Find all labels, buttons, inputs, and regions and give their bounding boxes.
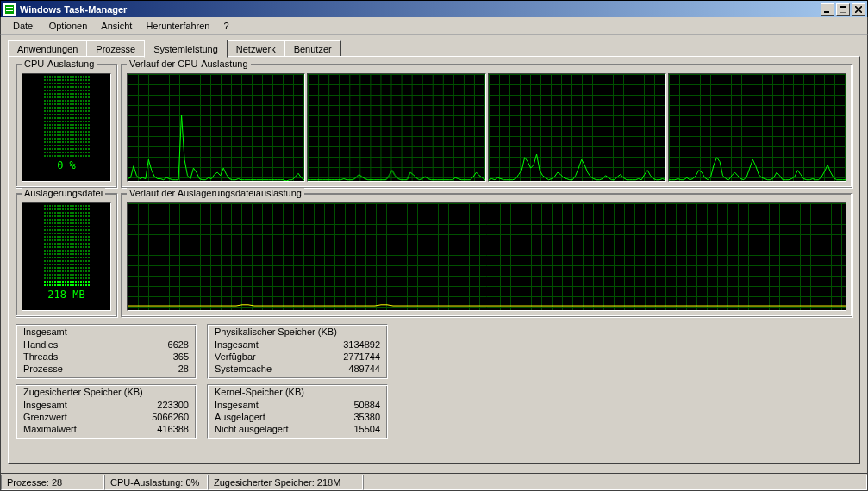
group-totals: Insgesamt Handles6628 Threads365 Prozess… xyxy=(16,324,197,379)
stat-row: Threads365 xyxy=(23,351,189,363)
pagefile-meter: 218 MB xyxy=(22,202,111,311)
status-processes: Prozesse: 28 xyxy=(1,475,104,490)
svg-rect-4 xyxy=(824,11,829,13)
cpu-history-2 xyxy=(488,73,666,182)
status-cpu: CPU-Auslastung: 0% xyxy=(104,475,208,490)
tab-pane-systemleistung: CPU-Auslastung 0 % Verlauf der CPU-Ausla… xyxy=(8,56,860,464)
cpu-history-0 xyxy=(127,73,305,182)
stat-row: Verfügbar2771744 xyxy=(215,351,380,363)
stat-title-totals: Insgesamt xyxy=(23,326,189,337)
stat-title-physmem: Physikalischer Speicher (KB) xyxy=(215,326,380,337)
group-cpu-history: Verlauf der CPU-Auslastung xyxy=(121,64,852,188)
stat-row: Systemcache489744 xyxy=(215,363,380,375)
statusbar: Prozesse: 28 CPU-Auslastung: 0% Zugesich… xyxy=(0,474,868,491)
stat-title-commit: Zugesicherter Speicher (KB) xyxy=(23,387,189,397)
group-title-pf-hist: Verlauf der Auslagerungsdateiauslastung xyxy=(127,188,304,198)
pagefile-meter-label: 218 MB xyxy=(22,286,110,301)
window-title: Windows Task-Manager xyxy=(20,4,821,15)
app-icon xyxy=(3,3,16,16)
tab-systemleistung[interactable]: Systemleistung xyxy=(144,40,228,58)
svg-rect-2 xyxy=(6,9,13,9)
group-pagefile: Auslagerungsdatei 218 MB xyxy=(16,193,117,317)
titlebar-buttons xyxy=(821,3,865,16)
svg-rect-1 xyxy=(6,7,13,8)
client-area: Anwendungen Prozesse Systemleistung Netz… xyxy=(0,34,868,474)
stat-row: Nicht ausgelagert15504 xyxy=(215,423,380,435)
maximize-button[interactable] xyxy=(836,3,850,16)
menu-herunterfahren[interactable]: Herunterfahren xyxy=(139,19,216,33)
stat-row: Ausgelagert35380 xyxy=(215,411,380,423)
cpu-history-1 xyxy=(307,73,485,182)
stat-row: Handles6628 xyxy=(23,339,189,351)
tab-anwendungen[interactable]: Anwendungen xyxy=(8,40,87,57)
stat-row: Maximalwert416388 xyxy=(23,423,189,435)
tab-prozesse[interactable]: Prozesse xyxy=(86,40,145,57)
group-title-cpu-hist: Verlauf der CPU-Auslastung xyxy=(127,59,251,69)
svg-rect-3 xyxy=(6,10,13,11)
status-commit: Zugesicherter Speicher: 218M xyxy=(208,475,363,490)
group-commit-charge: Zugesicherter Speicher (KB) Insgesamt223… xyxy=(16,384,197,439)
stat-row: Insgesamt3134892 xyxy=(215,339,380,351)
cpu-history-3 xyxy=(668,73,846,182)
stat-row: Insgesamt50884 xyxy=(215,399,380,411)
group-kernel-memory: Kernel-Speicher (KB) Insgesamt50884 Ausg… xyxy=(207,384,388,439)
status-empty xyxy=(363,475,867,490)
titlebar: Windows Task-Manager xyxy=(0,0,868,17)
tabs: Anwendungen Prozesse Systemleistung Netz… xyxy=(8,39,860,57)
menu-optionen[interactable]: Optionen xyxy=(42,19,95,33)
stat-row: Grenzwert5066260 xyxy=(23,411,189,423)
group-title-cpu: CPU-Auslastung xyxy=(22,59,97,69)
close-button[interactable] xyxy=(852,3,865,16)
cpu-meter: 0 % xyxy=(22,73,111,182)
stat-row: Insgesamt223300 xyxy=(23,399,189,411)
menu-ansicht[interactable]: Ansicht xyxy=(94,19,139,33)
group-physical-memory: Physikalischer Speicher (KB) Insgesamt31… xyxy=(207,324,388,379)
group-cpu-usage: CPU-Auslastung 0 % xyxy=(16,64,117,188)
stat-title-kernel: Kernel-Speicher (KB) xyxy=(215,387,380,397)
group-pf-history: Verlauf der Auslagerungsdateiauslastung xyxy=(121,193,852,317)
cpu-meter-label: 0 % xyxy=(22,157,110,171)
tab-benutzer[interactable]: Benutzer xyxy=(284,40,341,57)
tab-netzwerk[interactable]: Netzwerk xyxy=(227,40,285,57)
menu-help[interactable]: ? xyxy=(216,19,235,33)
stat-row: Prozesse28 xyxy=(23,363,189,375)
pagefile-history xyxy=(127,202,846,311)
menubar: Datei Optionen Ansicht Herunterfahren ? xyxy=(0,17,868,34)
menu-datei[interactable]: Datei xyxy=(6,19,42,33)
svg-rect-6 xyxy=(840,6,846,8)
group-title-pf: Auslagerungsdatei xyxy=(22,188,105,198)
minimize-button[interactable] xyxy=(821,3,834,16)
